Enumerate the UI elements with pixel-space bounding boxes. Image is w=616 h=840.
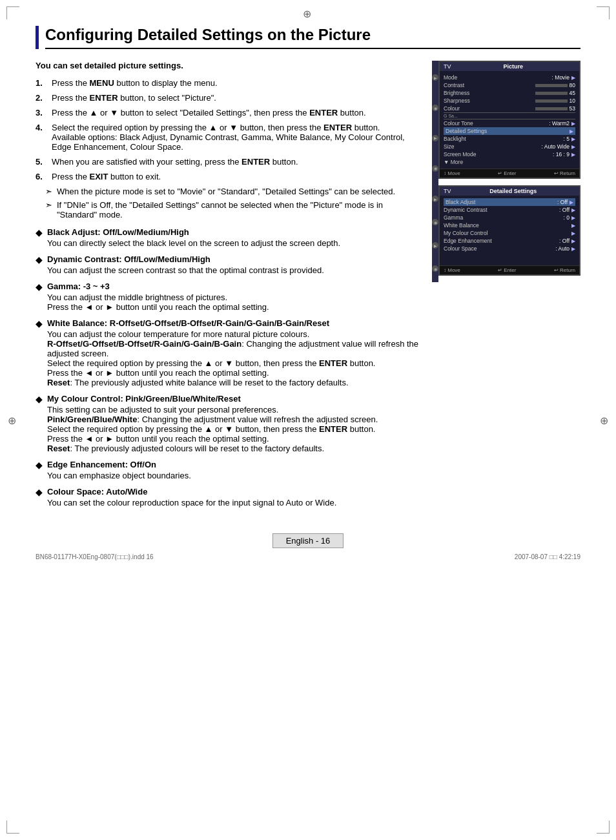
tv2-row-edge: Edge Enhancement : Off ▶: [444, 237, 575, 245]
bullet-edge-enhancement-text: You can emphasize object boundaries.: [47, 471, 191, 480]
tv-2-footer-enter: ↵ Enter: [498, 267, 516, 273]
footer-info: BN68-01177H-X0Eng-0807(□□□).indd 16 2007…: [36, 553, 580, 560]
step-1-num: 1.: [36, 78, 52, 88]
bullet-diamond-5-icon: ◆: [36, 394, 47, 453]
page-badge: English - 16: [272, 533, 344, 548]
tv-sharpness-label: Sharpness: [444, 97, 470, 104]
tv-row-colour-tone: Colour Tone : Warm2 ▶: [444, 119, 575, 127]
tv-2-body: Black Adjust : Off ▶ Dynamic Contrast : …: [440, 196, 579, 265]
tv2-gamma-label: Gamma: [444, 214, 463, 221]
bullet-white-balance-title: White Balance: R-Offset/G-Offset/B-Offse…: [47, 318, 419, 328]
tv-1-footer: ↕ Move ↵ Enter ↩ Return: [440, 169, 579, 178]
content-layout: You can set detailed picture settings. 1…: [36, 61, 580, 514]
footer-right: 2007-08-07 □□ 4:22:19: [515, 553, 580, 560]
note-1-arrow: ➣: [45, 187, 57, 196]
tv-screen-mode-value: : 16 : 9 ▶: [553, 151, 575, 158]
tv-1-side-icons: ▶ ◉ ▶ ◉: [432, 61, 438, 185]
tv2-my-colour-label: My Colour Control: [444, 230, 488, 236]
step-1: 1. Press the MENU button to display the …: [36, 78, 419, 88]
intro-text: You can set detailed picture settings.: [36, 61, 419, 70]
tv2-edge-label: Edge Enhancement: [444, 238, 492, 244]
reg-mark-tl: [6, 6, 19, 19]
bullet-edge-enhancement-content: Edge Enhancement: Off/On You can emphasi…: [47, 460, 419, 480]
bullets-section: ◆ Black Adjust: Off/Low/Medium/High You …: [36, 227, 419, 507]
crosshair-top-icon: [303, 8, 313, 18]
bullet-my-colour-title: My Colour Control: Pink/Green/Blue/White…: [47, 394, 419, 404]
tv2-empty-2: [444, 258, 575, 263]
tv-row-brightness: Brightness 45: [444, 89, 575, 97]
bullet-diamond-7-icon: ◆: [36, 487, 47, 507]
tv-contrast-label: Contrast: [444, 82, 464, 88]
tv-1-icon-4: ◉: [432, 165, 438, 172]
reg-mark-br: [597, 821, 610, 834]
crosshair-left-icon: [8, 414, 16, 426]
tv-colour-label: Colour: [444, 105, 460, 112]
step-2-content: Press the ENTER button, to select "Pictu…: [52, 93, 419, 103]
tv-detailed-value: ▶: [570, 128, 573, 134]
tv-row-contrast: Contrast 80: [444, 81, 575, 89]
tv2-row-dynamic-contrast: Dynamic Contrast : Off ▶: [444, 206, 575, 214]
tv-row-gsa: G Sa...: [444, 112, 575, 119]
bullet-black-adjust-content: Black Adjust: Off/Low/Medium/High You ca…: [47, 227, 419, 248]
tv-backlight-value: : 5 ▶: [564, 136, 575, 142]
bullet-colour-space: ◆ Colour Space: Auto/Wide You can set th…: [36, 487, 419, 507]
step-5: 5. When you are satisfied with your sett…: [36, 157, 419, 167]
tv2-white-balance-value: ▶: [571, 223, 575, 229]
tv-row-backlight: Backlight : 5 ▶: [444, 135, 575, 143]
tv2-colour-space-label: Colour Space: [444, 245, 477, 252]
tv-row-more: ▼ More: [444, 158, 575, 166]
right-column: ▶ ◉ ▶ ◉ TV Picture Mode: [432, 61, 580, 514]
bullet-dynamic-contrast-title: Dynamic Contrast: Off/Low/Medium/High: [47, 254, 419, 264]
note-1-text: When the picture mode is set to "Movie" …: [57, 187, 395, 196]
tv2-colour-space-value: : Auto ▶: [555, 245, 575, 252]
tv-2-icon-2: ◉: [432, 219, 438, 225]
tv-size-value: : Auto Wide ▶: [542, 143, 575, 150]
tv-contrast-value: 80: [535, 82, 575, 88]
bullet-dynamic-contrast: ◆ Dynamic Contrast: Off/Low/Medium/High …: [36, 254, 419, 275]
bullet-white-balance-content: White Balance: R-Offset/G-Offset/B-Offse…: [47, 318, 419, 387]
bullet-edge-enhancement: ◆ Edge Enhancement: Off/On You can empha…: [36, 460, 419, 480]
tv2-row-black-adjust: Black Adjust : Off ▶: [444, 198, 575, 206]
step-5-content: When you are satisfied with your setting…: [52, 157, 419, 167]
bullet-gamma-text: You can adjust the middle brightness of …: [47, 292, 269, 312]
bullet-gamma-content: Gamma: -3 ~ +3 You can adjust the middle…: [47, 282, 419, 312]
tv-2-side-icons: ▶ ◉ ▶ ◉: [432, 185, 438, 282]
tv-brightness-value: 45: [535, 90, 575, 96]
tv-colour-value: 53: [535, 105, 575, 112]
tv-1-icon-3: ▶: [432, 135, 438, 141]
tv-1-icon-1: ▶: [432, 74, 438, 81]
tv-row-detailed: Detailed Settings ▶: [444, 127, 575, 135]
bullet-colour-space-content: Colour Space: Auto/Wide You can set the …: [47, 487, 419, 507]
tv-backlight-label: Backlight: [444, 136, 466, 142]
tv-screen-2: ▶ ◉ ▶ ◉ TV Detailed Settings: [432, 185, 580, 282]
bullet-diamond-icon: ◆: [36, 227, 47, 248]
tv-more-label: ▼ More: [444, 159, 463, 165]
tv-picture-screen: TV Picture Mode : Movie ▶ Contrast: [438, 61, 580, 179]
tv-1-footer-return: ↩ Return: [554, 170, 575, 176]
step-3-num: 3.: [36, 108, 52, 118]
step-3: 3. Press the ▲ or ▼ button to select "De…: [36, 108, 419, 118]
tv2-row-white-balance: White Balance ▶: [444, 221, 575, 229]
tv2-row-gamma: Gamma : 0 ▶: [444, 214, 575, 221]
tv2-dynamic-contrast-value: : Off ▶: [559, 207, 575, 213]
tv-size-label: Size: [444, 143, 455, 150]
tv2-my-colour-value: ▶: [571, 230, 575, 236]
tv-1-title: Picture: [504, 63, 524, 70]
step-2-num: 2.: [36, 93, 52, 103]
step-4: 4. Select the required option by pressin…: [36, 123, 419, 152]
reg-mark-bl: [6, 821, 19, 834]
footer-left: BN68-01177H-X0Eng-0807(□□□).indd 16: [36, 553, 154, 560]
tv-brightness-label: Brightness: [444, 90, 469, 96]
tv2-gamma-value: : 0 ▶: [564, 214, 575, 221]
note-2-arrow: ➣: [45, 200, 57, 220]
tv-row-screen-mode: Screen Mode : 16 : 9 ▶: [444, 150, 575, 158]
tv2-row-colour-space: Colour Space : Auto ▶: [444, 245, 575, 252]
tv-1-body: Mode : Movie ▶ Contrast 80 Brightness 45: [440, 71, 579, 169]
bullet-colour-space-title: Colour Space: Auto/Wide: [47, 487, 419, 497]
bullet-diamond-3-icon: ◆: [36, 282, 47, 312]
tv-row-mode: Mode : Movie ▶: [444, 74, 575, 81]
tv-1-content: TV Picture Mode : Movie ▶ Contrast: [438, 61, 580, 185]
tv2-empty-1: [444, 252, 575, 258]
tv-2-content: TV Detailed Settings Black Adjust : Off …: [438, 185, 580, 282]
bullet-white-balance-text: You can adjust the colour temperature fo…: [47, 329, 418, 387]
